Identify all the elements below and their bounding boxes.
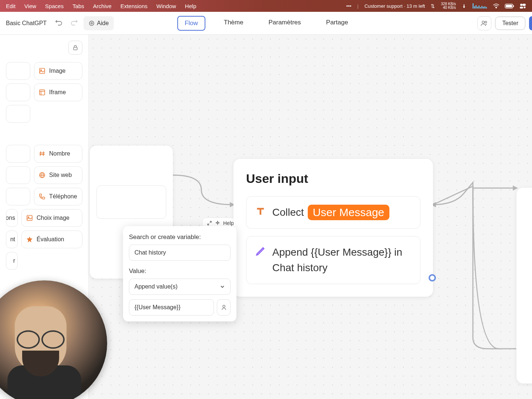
block-siteweb[interactable]: Site web xyxy=(34,166,82,184)
menu-tabs[interactable]: Tabs xyxy=(72,3,84,9)
expand-icon xyxy=(207,221,212,226)
pencil-icon xyxy=(255,246,266,256)
menu-view[interactable]: View xyxy=(24,3,36,9)
wifi-icon[interactable] xyxy=(493,3,499,8)
node-block-placeholder xyxy=(96,185,166,219)
svg-line-22 xyxy=(43,151,44,156)
block-telephone[interactable]: Téléphone xyxy=(34,188,82,205)
block-item-partial-ons[interactable]: ons xyxy=(6,209,18,227)
tab-partage[interactable]: Partage xyxy=(320,16,355,31)
tab-flow[interactable]: Flow xyxy=(177,16,205,31)
help-text: Help xyxy=(223,220,234,226)
variable-chip: User Message xyxy=(308,205,389,220)
value-label: Value: xyxy=(129,267,231,275)
block-label: Nombre xyxy=(49,150,70,157)
redo-button[interactable] xyxy=(68,17,81,30)
svg-point-8 xyxy=(89,21,94,25)
document-title: Basic ChatGPT xyxy=(6,20,47,27)
menu-items: Edit View Spaces Tabs Archive Extensions… xyxy=(6,3,196,9)
flow-node-user-input[interactable]: User input Collect User Message Append {… xyxy=(233,159,433,297)
search-label: Search or create variable: xyxy=(129,233,231,241)
svg-point-30 xyxy=(223,305,225,307)
network-stats: 328 KB/s 40 KB/s xyxy=(441,2,456,10)
svg-rect-3 xyxy=(513,5,514,7)
operation-select[interactable]: Append value(s) xyxy=(129,279,231,295)
menu-edit[interactable]: Edit xyxy=(6,3,16,9)
swap-icon: ⇅ xyxy=(431,3,435,9)
collaborators-button[interactable] xyxy=(477,16,491,30)
block-image[interactable]: Image xyxy=(34,62,82,80)
block-iframe[interactable]: Iframe xyxy=(34,83,82,101)
block-label: Site web xyxy=(49,172,72,178)
node-block-collect[interactable]: Collect User Message xyxy=(246,196,420,229)
block-item-partial[interactable] xyxy=(6,166,30,184)
battery-icon[interactable] xyxy=(505,4,514,8)
ellipsis-icon[interactable]: ••• xyxy=(346,3,351,9)
svg-rect-6 xyxy=(520,7,523,8)
menubar-status: ••• | Customer support · 13 m left ⇅ 328… xyxy=(346,2,526,10)
svg-point-9 xyxy=(91,23,92,24)
block-item-partial[interactable] xyxy=(6,62,30,80)
variable-editor-popup: Search or create variable: Value: Append… xyxy=(123,226,236,321)
help-label: Aide xyxy=(97,20,109,27)
block-evaluation[interactable]: Évaluation xyxy=(21,231,82,248)
net-down: 40 KB/s xyxy=(441,6,456,10)
lock-button[interactable] xyxy=(68,41,82,55)
partial-text: ons xyxy=(6,215,15,221)
flow-canvas[interactable]: Image Iframe Nombre xyxy=(0,35,532,399)
chevron-down-icon xyxy=(220,284,225,289)
block-choix-image[interactable]: Choix image xyxy=(21,209,82,227)
collect-label: Collect xyxy=(272,207,304,218)
macos-menubar: Edit View Spaces Tabs Archive Extensions… xyxy=(0,0,532,12)
svg-point-7 xyxy=(524,7,526,8)
partial-text: r xyxy=(13,258,15,264)
svg-line-21 xyxy=(40,151,41,156)
svg-rect-15 xyxy=(74,47,77,50)
menu-window[interactable]: Window xyxy=(156,3,176,9)
value-input[interactable] xyxy=(129,299,214,316)
block-item-partial[interactable] xyxy=(6,145,30,163)
block-item-partial[interactable] xyxy=(6,105,30,123)
svg-point-11 xyxy=(485,21,487,23)
block-item-partial-r[interactable]: r xyxy=(6,252,18,270)
append-line-1: Append {{User Message}} in xyxy=(272,246,402,258)
partial-text: nt xyxy=(10,236,15,243)
activity-bars xyxy=(473,3,487,8)
tab-theme[interactable]: Thème xyxy=(217,16,250,31)
svg-rect-2 xyxy=(506,5,512,7)
help-button[interactable]: Aide xyxy=(83,16,114,30)
undo-button[interactable] xyxy=(52,17,65,30)
output-port[interactable] xyxy=(429,274,436,282)
block-item-partial[interactable] xyxy=(6,83,30,101)
control-center-icon[interactable] xyxy=(519,3,526,8)
variable-search-input[interactable] xyxy=(129,245,231,261)
sparkle-icon xyxy=(215,221,220,226)
tester-button[interactable]: Tester xyxy=(495,17,525,30)
block-label: Image xyxy=(49,68,65,74)
svg-point-0 xyxy=(496,7,497,8)
select-value: Append value(s) xyxy=(134,283,178,290)
menu-archive[interactable]: Archive xyxy=(93,3,112,9)
variable-picker-button[interactable] xyxy=(217,299,231,316)
tab-parametres[interactable]: Paramètres xyxy=(262,16,308,31)
block-item-partial[interactable] xyxy=(6,188,30,205)
app-toolbar: Basic ChatGPT Aide Flow Thème Paramètres… xyxy=(0,12,532,35)
webcam-overlay xyxy=(0,280,107,399)
main-tabs: Flow Thème Paramètres Partage xyxy=(177,16,355,31)
person-icon xyxy=(221,304,227,310)
block-item-partial-nt[interactable]: nt xyxy=(6,231,18,248)
svg-rect-18 xyxy=(40,90,45,95)
status-text: Customer support · 13 m left xyxy=(364,3,425,9)
menu-help[interactable]: Help xyxy=(185,3,197,9)
block-nombre[interactable]: Nombre xyxy=(34,145,82,163)
menu-spaces[interactable]: Spaces xyxy=(45,3,64,9)
menu-extensions[interactable]: Extensions xyxy=(120,3,147,9)
svg-point-4 xyxy=(520,4,522,6)
flow-node-next-partial[interactable] xyxy=(516,188,532,383)
publish-button-partial[interactable] xyxy=(529,16,532,30)
node-block-append[interactable]: Append {{User Message}} in Chat history xyxy=(246,236,420,284)
block-label: Choix image xyxy=(37,215,69,221)
node-title: User input xyxy=(246,171,420,186)
text-icon xyxy=(255,206,266,216)
svg-rect-5 xyxy=(522,4,526,6)
